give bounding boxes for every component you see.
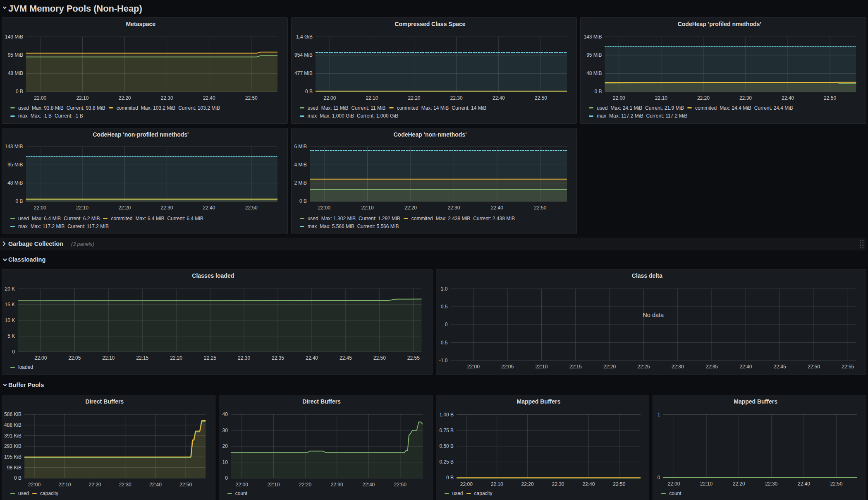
svg-text:22:00: 22:00: [323, 95, 336, 101]
svg-text:22:20: 22:20: [170, 355, 182, 361]
svg-text:0 B: 0 B: [305, 89, 313, 94]
svg-text:2 MiB: 2 MiB: [294, 180, 307, 186]
svg-text:143 MiB: 143 MiB: [5, 144, 23, 149]
svg-text:22:35: 22:35: [272, 355, 284, 361]
svg-text:22:30: 22:30: [160, 205, 173, 211]
svg-text:22:10: 22:10: [76, 205, 88, 211]
svg-text:0: 0: [658, 475, 660, 481]
svg-text:10 K: 10 K: [5, 317, 15, 323]
svg-text:22:15: 22:15: [136, 355, 148, 361]
svg-text:22:40: 22:40: [203, 205, 215, 211]
svg-text:22:00: 22:00: [318, 205, 330, 211]
svg-text:22:40: 22:40: [306, 355, 318, 361]
svg-text:22:10: 22:10: [102, 355, 115, 361]
svg-text:0: 0: [445, 322, 447, 327]
svg-text:95 MiB: 95 MiB: [586, 52, 602, 58]
svg-text:22:30: 22:30: [671, 364, 684, 370]
svg-text:22:00: 22:00: [613, 95, 625, 101]
svg-text:22:10: 22:10: [490, 481, 503, 487]
svg-text:4 MiB: 4 MiB: [294, 162, 307, 168]
svg-text:22:00: 22:00: [34, 205, 46, 211]
svg-text:0: 0: [225, 475, 228, 481]
svg-text:0 B: 0 B: [446, 475, 454, 481]
svg-text:0.50 B: 0.50 B: [439, 443, 454, 449]
svg-text:40: 40: [222, 411, 228, 417]
svg-text:22:30: 22:30: [739, 95, 752, 101]
svg-text:20 K: 20 K: [5, 286, 15, 292]
svg-text:No data: No data: [643, 312, 664, 318]
svg-text:22:40: 22:40: [203, 95, 215, 101]
svg-text:10: 10: [222, 459, 228, 465]
svg-text:22:20: 22:20: [88, 482, 101, 488]
svg-text:22:45: 22:45: [773, 364, 786, 370]
svg-text:0: 0: [12, 349, 15, 355]
svg-text:22:50: 22:50: [613, 481, 625, 487]
svg-text:143 MiB: 143 MiB: [5, 34, 23, 40]
svg-text:-1.0: -1.0: [439, 358, 447, 363]
svg-text:954 MiB: 954 MiB: [294, 52, 313, 58]
svg-text:22:00: 22:00: [467, 364, 479, 370]
svg-text:22:00: 22:00: [34, 355, 47, 361]
svg-text:22:20: 22:20: [404, 205, 417, 211]
svg-text:22:10: 22:10: [361, 205, 373, 211]
svg-text:22:30: 22:30: [238, 355, 250, 361]
svg-text:22:40: 22:40: [782, 95, 794, 101]
svg-text:22:00: 22:00: [460, 481, 472, 487]
svg-text:22:30: 22:30: [161, 95, 173, 101]
svg-text:22:30: 22:30: [765, 481, 777, 487]
svg-text:15 K: 15 K: [5, 302, 15, 308]
svg-text:0.5: 0.5: [440, 304, 447, 310]
svg-text:48 MiB: 48 MiB: [8, 70, 23, 76]
svg-text:22:20: 22:20: [603, 364, 616, 370]
svg-text:22:30: 22:30: [119, 482, 132, 488]
svg-text:22:30: 22:30: [447, 205, 460, 211]
svg-text:22:40: 22:40: [582, 481, 595, 487]
svg-text:391 KiB: 391 KiB: [4, 433, 22, 439]
svg-text:22:00: 22:00: [34, 95, 46, 101]
svg-text:95 MiB: 95 MiB: [8, 52, 23, 58]
svg-text:22:50: 22:50: [830, 481, 843, 487]
svg-text:22:30: 22:30: [552, 481, 564, 487]
svg-text:22:20: 22:20: [118, 205, 131, 211]
svg-text:22:40: 22:40: [492, 95, 505, 101]
svg-text:22:40: 22:40: [149, 482, 162, 488]
svg-text:22:20: 22:20: [733, 481, 745, 487]
svg-text:22:50: 22:50: [179, 482, 192, 488]
svg-text:48 MiB: 48 MiB: [586, 70, 602, 76]
svg-text:1.4 GiB: 1.4 GiB: [296, 34, 313, 40]
svg-text:1.00 B: 1.00 B: [439, 412, 454, 418]
svg-text:-0.5: -0.5: [439, 340, 447, 346]
svg-text:0 B: 0 B: [595, 89, 602, 94]
svg-text:0 B: 0 B: [16, 89, 23, 94]
svg-text:22:05: 22:05: [501, 364, 514, 370]
svg-text:22:50: 22:50: [534, 205, 546, 211]
svg-text:293 KiB: 293 KiB: [4, 443, 22, 449]
svg-text:22:10: 22:10: [700, 481, 713, 487]
svg-text:22:25: 22:25: [637, 364, 650, 370]
svg-text:22:10: 22:10: [655, 95, 667, 101]
svg-text:22:40: 22:40: [362, 482, 375, 488]
svg-text:1: 1: [658, 412, 660, 418]
svg-text:30: 30: [222, 428, 228, 433]
svg-text:22:55: 22:55: [407, 355, 420, 361]
svg-text:48 MiB: 48 MiB: [7, 180, 23, 186]
svg-text:22:50: 22:50: [245, 205, 258, 211]
svg-text:95 MiB: 95 MiB: [7, 162, 23, 168]
svg-text:1.0: 1.0: [440, 286, 447, 292]
svg-text:22:00: 22:00: [668, 481, 680, 487]
svg-text:22:20: 22:20: [118, 95, 131, 101]
svg-text:22:55: 22:55: [842, 364, 854, 370]
svg-text:477 MiB: 477 MiB: [294, 70, 313, 76]
svg-text:22:40: 22:40: [739, 364, 752, 370]
svg-text:0 B: 0 B: [299, 198, 307, 204]
svg-text:22:50: 22:50: [245, 95, 258, 101]
svg-text:0 B: 0 B: [14, 475, 22, 481]
svg-text:22:50: 22:50: [394, 482, 407, 488]
svg-text:22:05: 22:05: [68, 355, 81, 361]
svg-text:22:40: 22:40: [491, 205, 503, 211]
svg-text:22:20: 22:20: [521, 481, 533, 487]
svg-text:22:15: 22:15: [569, 364, 581, 370]
svg-text:22:45: 22:45: [340, 355, 352, 361]
svg-text:22:50: 22:50: [373, 355, 386, 361]
svg-text:22:20: 22:20: [697, 95, 710, 101]
